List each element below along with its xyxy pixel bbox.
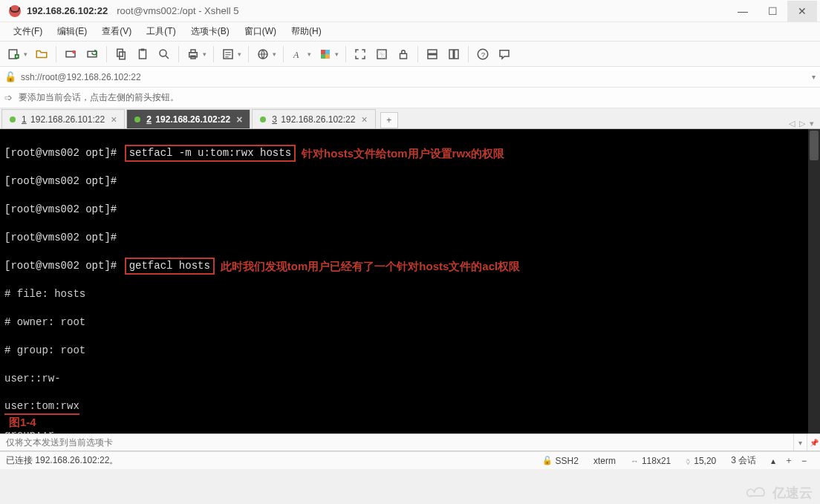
resize-icon: ↔ bbox=[631, 456, 639, 465]
separator bbox=[213, 46, 214, 62]
status-dot-icon bbox=[260, 117, 266, 122]
svg-rect-25 bbox=[455, 50, 458, 59]
close-button[interactable]: ✕ bbox=[787, 1, 817, 22]
menu-view[interactable]: 查看(V) bbox=[96, 22, 137, 41]
svg-point-9 bbox=[160, 50, 166, 56]
menu-file[interactable]: 文件(F) bbox=[7, 22, 48, 41]
tab-nav: ◁ ▷ ▾ bbox=[789, 119, 820, 128]
separator bbox=[106, 46, 107, 62]
terminal-output-highlight: user:tom:rwx bbox=[4, 399, 79, 415]
session-tab-2[interactable]: 2 192.168.26.102:22 × bbox=[126, 109, 250, 128]
titlebar: 192.168.26.102:22 root@vms002:/opt - Xsh… bbox=[0, 0, 820, 22]
minimize-button[interactable]: — bbox=[728, 1, 758, 22]
scrollbar-thumb[interactable] bbox=[810, 131, 819, 160]
figure-label: 图1-4 bbox=[9, 415, 36, 429]
dropdown-icon[interactable]: ▾ bbox=[308, 50, 313, 58]
close-tab-icon[interactable]: × bbox=[230, 114, 242, 125]
svg-rect-11 bbox=[191, 50, 195, 53]
plus-icon[interactable]: ＋ bbox=[784, 454, 793, 467]
help-icon[interactable]: ? bbox=[473, 45, 492, 64]
chevron-up-icon[interactable]: ▴ bbox=[771, 456, 775, 466]
maximize-button[interactable]: ☐ bbox=[758, 1, 787, 22]
menu-edit[interactable]: 编辑(E) bbox=[51, 22, 93, 41]
menu-window[interactable]: 窗口(W) bbox=[238, 22, 282, 41]
prompt: [root@vms002 opt]# bbox=[4, 203, 117, 217]
annotation-1: 针对hosts文件给tom用户设置rwx的权限 bbox=[302, 146, 504, 160]
dropdown-icon[interactable]: ▾ bbox=[203, 50, 209, 58]
window-title-sub: root@vms002:/opt - Xshell 5 bbox=[117, 5, 238, 16]
reconnect-icon[interactable] bbox=[82, 45, 102, 64]
dropdown-icon[interactable]: ▾ bbox=[273, 50, 279, 58]
tab-next-icon[interactable]: ▷ bbox=[799, 119, 805, 128]
session-tab-3[interactable]: 3 192.168.26.102:22 × bbox=[252, 109, 375, 128]
svg-point-3 bbox=[72, 50, 76, 53]
window-controls: — ☐ ✕ bbox=[728, 1, 817, 22]
send-pin-icon[interactable]: 📌 bbox=[807, 434, 820, 451]
dropdown-icon[interactable]: ▾ bbox=[335, 50, 341, 58]
separator bbox=[283, 46, 284, 62]
tile-vertical-icon[interactable] bbox=[444, 45, 463, 64]
send-input[interactable] bbox=[0, 437, 793, 448]
svg-rect-16 bbox=[321, 50, 325, 54]
fullscreen-icon[interactable] bbox=[351, 45, 370, 64]
separator bbox=[248, 46, 249, 62]
tile-horizontal-icon[interactable] bbox=[423, 45, 442, 64]
annotation-2: 此时我们发现tom用户已经有了一个针对hosts文件的acl权限 bbox=[221, 259, 520, 273]
svg-rect-17 bbox=[325, 50, 330, 54]
svg-rect-7 bbox=[140, 50, 146, 59]
tab-number: 2 bbox=[146, 114, 152, 125]
comment-icon[interactable] bbox=[495, 45, 514, 64]
dropdown-icon[interactable]: ▾ bbox=[24, 50, 30, 58]
lock-icon[interactable] bbox=[394, 45, 413, 64]
color-scheme-icon[interactable] bbox=[316, 45, 335, 64]
globe-icon[interactable] bbox=[253, 45, 273, 64]
cursor-pos-icon: ⎀ bbox=[686, 456, 691, 465]
disconnect-icon[interactable] bbox=[61, 45, 80, 64]
session-tab-1[interactable]: 1 192.168.26.101:22 × bbox=[1, 109, 125, 128]
paste-icon[interactable] bbox=[133, 45, 152, 64]
separator bbox=[56, 46, 56, 62]
app-icon bbox=[9, 5, 21, 17]
copy-icon[interactable] bbox=[111, 45, 131, 64]
font-icon[interactable]: A bbox=[288, 45, 308, 64]
menu-tools[interactable]: 工具(T) bbox=[140, 22, 181, 41]
session-tabbar: 1 192.168.26.101:22 × 2 192.168.26.102:2… bbox=[0, 108, 820, 129]
tab-prev-icon[interactable]: ◁ bbox=[789, 119, 795, 128]
properties-icon[interactable] bbox=[218, 45, 238, 64]
transparency-icon[interactable] bbox=[372, 45, 391, 64]
close-tab-icon[interactable]: × bbox=[105, 114, 117, 125]
add-session-arrow-icon[interactable]: ➩ bbox=[4, 92, 13, 103]
terminal-output: # file: hosts bbox=[4, 287, 85, 301]
menubar: 文件(F) 编辑(E) 查看(V) 工具(T) 选项卡(B) 窗口(W) 帮助(… bbox=[0, 22, 820, 42]
open-folder-icon[interactable] bbox=[32, 45, 51, 64]
terminal-scrollbar[interactable] bbox=[808, 129, 820, 433]
tab-label: 192.168.26.101:22 bbox=[30, 114, 105, 125]
menu-tabs[interactable]: 选项卡(B) bbox=[185, 22, 235, 41]
print-icon[interactable] bbox=[183, 45, 203, 64]
dropdown-icon[interactable]: ▾ bbox=[238, 50, 244, 58]
status-position: 15,20 bbox=[694, 456, 716, 466]
separator bbox=[417, 46, 418, 62]
new-tab-button[interactable]: + bbox=[380, 112, 398, 128]
watermark-text: 亿速云 bbox=[772, 484, 813, 502]
address-bar[interactable]: 🔓 ssh://root@192.168.26.102:22 ▾ bbox=[0, 67, 820, 88]
lock-icon: 🔓 bbox=[4, 71, 16, 82]
separator bbox=[345, 46, 346, 62]
status-size: 118x21 bbox=[642, 456, 671, 466]
command-setfacl: setfacl -m u:tom:rwx hosts bbox=[125, 145, 296, 162]
new-session-icon[interactable] bbox=[4, 45, 24, 64]
menu-help[interactable]: 帮助(H) bbox=[285, 22, 328, 41]
close-tab-icon[interactable]: × bbox=[355, 114, 367, 125]
statusbar: 已连接 192.168.26.102:22。 🔓SSH2 xterm ↔118x… bbox=[0, 451, 820, 469]
terminal[interactable]: [root@vms002 opt]# setfacl -m u:tom:rwx … bbox=[0, 129, 820, 433]
svg-text:?: ? bbox=[481, 50, 486, 58]
svg-rect-18 bbox=[321, 54, 325, 59]
minus-icon[interactable]: − bbox=[801, 456, 807, 466]
dropdown-icon[interactable]: ▾ bbox=[812, 73, 816, 81]
tab-number: 1 bbox=[22, 114, 27, 125]
send-target-dropdown[interactable]: ▾ bbox=[793, 434, 807, 451]
find-icon[interactable] bbox=[154, 45, 174, 64]
separator bbox=[468, 46, 469, 62]
tab-list-icon[interactable]: ▾ bbox=[810, 119, 814, 128]
svg-rect-22 bbox=[428, 50, 437, 53]
